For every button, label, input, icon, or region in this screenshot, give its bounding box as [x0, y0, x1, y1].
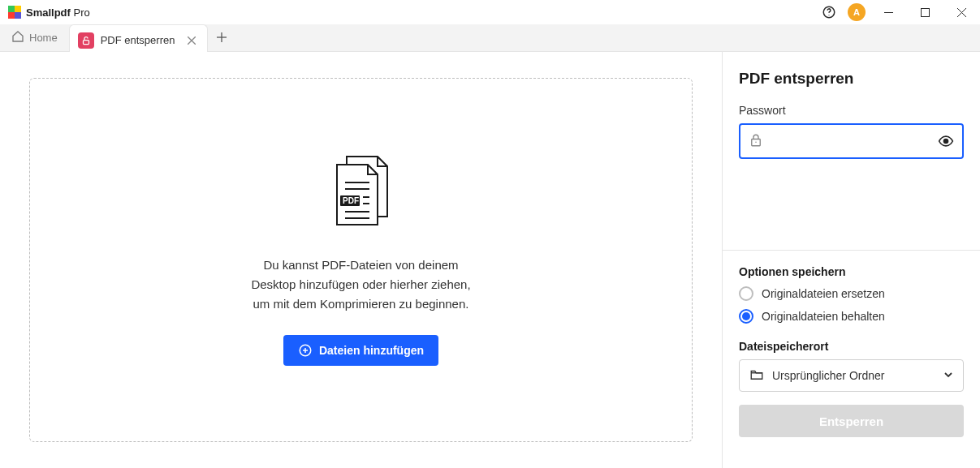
- tab-home[interactable]: Home: [0, 24, 69, 51]
- svg-rect-7: [922, 8, 930, 16]
- eye-icon[interactable]: [938, 133, 954, 152]
- svg-rect-3: [15, 12, 21, 19]
- svg-rect-1: [15, 6, 21, 12]
- radio-checked-icon: [739, 309, 753, 324]
- dropzone[interactable]: PDF Du kannst PDF-Dateien von deinem Des…: [29, 78, 693, 442]
- sidebar-title: PDF entsperren: [739, 70, 964, 88]
- tab-add-icon[interactable]: [208, 24, 235, 51]
- save-options-title: Optionen speichern: [739, 265, 964, 278]
- radio-keep-label: Originaldateien behalten: [762, 310, 885, 323]
- password-input[interactable]: [739, 123, 964, 159]
- sidebar: PDF entsperren Passwort Optionen speiche…: [722, 52, 980, 468]
- chevron-down-icon: [943, 369, 953, 382]
- radio-unchecked-icon: [739, 286, 753, 301]
- radio-keep-originals[interactable]: Originaldateien behalten: [739, 309, 964, 324]
- add-files-button[interactable]: Dateien hinzufügen: [283, 335, 438, 366]
- svg-point-27: [755, 142, 757, 144]
- lock-icon: [749, 133, 763, 151]
- svg-rect-2: [8, 12, 15, 19]
- dropzone-line1: Du kannst PDF-Dateien von deinem: [251, 255, 470, 275]
- password-label: Passwort: [739, 104, 964, 117]
- app-title: Smallpdf Pro: [26, 6, 90, 19]
- location-label: Dateispeicherort: [739, 340, 964, 353]
- location-value: Ursprünglicher Ordner: [772, 369, 885, 382]
- main-area: PDF Du kannst PDF-Dateien von deinem Des…: [0, 52, 722, 468]
- dropzone-text: Du kannst PDF-Dateien von deinem Desktop…: [251, 255, 470, 314]
- divider: [723, 250, 980, 251]
- plus-circle-icon: [298, 343, 313, 358]
- tab-active[interactable]: PDF entsperren: [69, 24, 209, 52]
- titlebar: Smallpdf Pro A: [0, 0, 980, 24]
- folder-icon: [749, 367, 764, 384]
- tab-home-label: Home: [29, 32, 58, 44]
- avatar[interactable]: A: [848, 3, 866, 21]
- app-body: PDF Du kannst PDF-Dateien von deinem Des…: [0, 52, 980, 468]
- location-select[interactable]: Ursprünglicher Ordner: [739, 359, 964, 392]
- dropzone-line2: Desktop hinzufügen oder hierher ziehen,: [251, 275, 470, 294]
- svg-rect-10: [83, 40, 89, 44]
- radio-replace-label: Originaldateien ersetzen: [762, 287, 885, 300]
- tabbar: Home PDF entsperren: [0, 24, 980, 52]
- window-maximize-icon[interactable]: [907, 0, 943, 24]
- window-minimize-icon[interactable]: [870, 0, 907, 24]
- tab-active-label: PDF entsperren: [101, 34, 175, 46]
- unlock-icon: [78, 32, 94, 49]
- unlock-button[interactable]: Entsperren: [739, 405, 964, 437]
- titlebar-right: A: [815, 0, 980, 24]
- app-logo-icon: [8, 6, 21, 19]
- help-icon[interactable]: [815, 0, 843, 24]
- titlebar-left: Smallpdf Pro: [0, 6, 90, 19]
- svg-text:PDF: PDF: [343, 196, 359, 205]
- radio-replace-originals[interactable]: Originaldateien ersetzen: [739, 286, 964, 301]
- svg-point-5: [828, 15, 829, 15]
- svg-point-28: [944, 140, 948, 144]
- home-icon: [11, 30, 24, 45]
- dropzone-line3: um mit dem Komprimieren zu beginnen.: [251, 294, 470, 314]
- add-files-label: Dateien hinzufügen: [319, 344, 424, 357]
- password-field-wrap: [739, 123, 964, 159]
- svg-rect-0: [8, 6, 15, 12]
- window-close-icon[interactable]: [943, 0, 980, 24]
- tab-close-icon[interactable]: [184, 33, 199, 48]
- pdf-files-icon: PDF: [329, 155, 394, 233]
